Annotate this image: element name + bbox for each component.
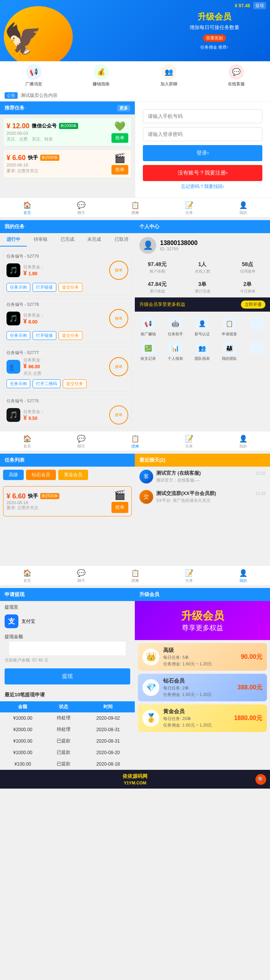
task-reward-4: ¥ 9.50	[23, 415, 44, 421]
nav-mine-1[interactable]: 👤 我的	[239, 201, 247, 216]
phone-input[interactable]	[143, 109, 262, 123]
nav-mine-2[interactable]: 👤 我的	[239, 434, 247, 449]
forgot-password-link[interactable]: 忘记密码？我要找回›	[181, 183, 224, 190]
withdraw-vip-row: 申请提现 提现至 支 支付宝 提现金额 ¥ 当前账户余额: 97.48 元 提现…	[0, 588, 270, 770]
tiktok-icon-2: 🎵	[7, 312, 20, 325]
example-btn-2[interactable]: 任务示例	[7, 331, 30, 340]
history-row-3: ¥1000.00 已提款 2020-08-31	[0, 735, 135, 747]
vip-plan-2[interactable]: 💎 钻石会员 每日任务: 2单 任务佣金: 1.60元 ~ 1.20元 388.…	[138, 674, 267, 701]
func-team-report[interactable]: 👥 团队报表	[189, 339, 216, 364]
recommended-more[interactable]: 更多	[117, 105, 130, 111]
nav-chat-3[interactable]: 💬 聊天	[77, 569, 85, 583]
tl-actions-1: 要求: 点赞并关注	[7, 505, 108, 511]
open-link-btn-1[interactable]: 打开链接	[33, 283, 56, 292]
nav-stall-3[interactable]: 📋 摆摊	[131, 569, 139, 583]
history-row-5: ¥100.00 已提款 2020-08-18	[0, 758, 135, 770]
vip-activate-btn[interactable]: 立即开通	[241, 301, 265, 309]
nav-mine-3[interactable]: 👤 我的	[239, 569, 247, 583]
nav-task-3[interactable]: 📝 任务	[185, 569, 193, 583]
chat-item-1[interactable]: 客 测试官方 (在线客服) 11:15 测试官方：在线客服----	[135, 467, 270, 487]
nav-home-3[interactable]: 🏠 首页	[23, 569, 31, 583]
example-btn-1[interactable]: 任务示例	[7, 283, 30, 292]
vip-detail-2a: 每日任务: 2单	[163, 685, 234, 691]
chat-item-2[interactable]: 交 测试交流群(XX平台会员群) 11:15 XX平台: 亲广告的请永久关注	[135, 487, 270, 507]
tl-reward-1: ¥ 6.60	[7, 492, 26, 500]
nav-home-2[interactable]: 🏠 首页	[23, 434, 31, 449]
submit-btn-3[interactable]: 提交任务	[63, 379, 87, 388]
nav-stall-2[interactable]: 📋 摆摊	[131, 434, 139, 449]
grab-btn-1[interactable]: 抢单	[111, 133, 128, 143]
func-promote[interactable]: 📢 推广赚钱	[135, 315, 162, 339]
login-col: 登录› 没有账号？我要注册› 忘记密码？我要找回›	[135, 101, 270, 198]
task2-name: 快手	[28, 154, 38, 161]
stat-tasks-label: 累计完成	[180, 289, 225, 294]
spacer-area	[0, 519, 270, 565]
nav-chat-1[interactable]: 💬 聊天	[77, 201, 85, 216]
tl-tab-gold[interactable]: 黄金会员	[58, 470, 88, 480]
submit-btn-2[interactable]: 提交任务	[59, 331, 82, 340]
func-assistant[interactable]: 🤖 任务助手	[162, 315, 189, 339]
withdraw-to-label: 提现至	[0, 601, 135, 612]
func-team[interactable]: 👨‍👩‍👧 我的团队	[216, 339, 243, 364]
example-btn-3[interactable]: 任务示例	[7, 379, 30, 388]
submit-btn-1[interactable]: 提交任务	[59, 283, 82, 292]
nav-task-1[interactable]: 📝 任务	[185, 201, 193, 216]
nav-chat-2[interactable]: 💬 聊天	[77, 434, 85, 449]
task-icon-1: 📝	[185, 201, 193, 209]
balance-hint: 当前账户余额: 97.48 元	[0, 656, 135, 665]
register-button[interactable]: 没有账号？我要注册›	[143, 165, 262, 181]
tl-tab-diamond[interactable]: 钻石会员	[26, 470, 56, 480]
func-certify[interactable]: 👤 新号认证	[189, 315, 216, 339]
nav-guide[interactable]: 💰 赚钱指南	[93, 64, 110, 87]
vip-banner-title: 升级会员	[142, 609, 262, 623]
tasklist-chat-row: 任务列表 高级 钻石会员 黄金会员 ¥ 6.60 快手 剩2500单 2020-…	[0, 454, 270, 519]
task1-badge: 剩1000单	[59, 123, 78, 129]
nav-task-2[interactable]: 📝 任务	[185, 434, 193, 449]
chat-icon-2: 💬	[77, 434, 85, 443]
task-sn-52776: 任务编号 - 52776	[7, 398, 128, 404]
vip-plan-1[interactable]: 👑 高级 每日任务: 5单 任务佣金: 1.60元 ~ 1.20元 90.00元	[138, 643, 267, 671]
vip-detail-3a: 每日任务: 20单	[163, 716, 230, 722]
nav-broadcast[interactable]: 📢 广播消息	[25, 64, 42, 87]
wechat-icon: 💚	[114, 121, 126, 132]
func-income[interactable]: 💹 收支记录	[135, 339, 162, 364]
task-list-header: 任务列表	[0, 454, 135, 467]
vip-upgrade-header: 升级会员	[135, 588, 270, 601]
nav-group[interactable]: 👥 加入群聊	[160, 64, 177, 87]
func-apply[interactable]: 📋 申请揽客	[216, 315, 243, 339]
nav-home-1[interactable]: 🏠 首页	[23, 201, 31, 216]
h-amount-2: ¥2000.00	[0, 724, 46, 735]
open-link-btn-2[interactable]: 打开链接	[33, 331, 56, 340]
func-report[interactable]: 📊 个人报表	[162, 339, 189, 364]
tab-inprogress[interactable]: 进行中	[0, 233, 27, 247]
nav-stall-1[interactable]: 📋 摆摊	[131, 201, 139, 216]
certify-icon: 👤	[196, 317, 209, 330]
password-input[interactable]	[143, 127, 262, 141]
stat-today-val: 2单	[225, 281, 270, 288]
nav-icons-row: 📢 广播消息 💰 赚钱指南 👥 加入群聊 💬 在线客服	[0, 61, 270, 90]
banner-content: 升级会员 增加每日可接任务数量 双重奖励 任务佣金 推荐↑	[167, 11, 262, 50]
nav-service[interactable]: 💬 在线客服	[228, 64, 245, 87]
recommended-task-2: ¥ 6.60 快手 剩2500单 2020-08-18 要求: 点赞并关注 🎬 …	[3, 149, 132, 178]
expand-button[interactable]: 提现	[253, 2, 266, 9]
history-row-4: ¥1000.00 已提款 2020-08-20	[0, 747, 135, 758]
qrcode-btn-3[interactable]: 打开二维码	[33, 379, 61, 388]
tl-tab-advanced[interactable]: 高级	[3, 470, 24, 480]
withdraw-button[interactable]: 提现	[5, 668, 130, 684]
tl-grab-btn-1[interactable]: 抢单	[111, 502, 128, 513]
home-icon-1: 🏠	[23, 201, 31, 209]
vip-plan-3[interactable]: 🥇 黄金会员 每日任务: 20单 任务佣金: 1.60元 ~ 1.20元 188…	[138, 704, 267, 732]
search-watermark-icon[interactable]: 🔍	[255, 774, 266, 785]
tab-incomplete[interactable]: 未完成	[81, 233, 108, 247]
amount-input[interactable]	[9, 642, 126, 656]
login-button[interactable]: 登录›	[143, 145, 262, 161]
tab-cancelled[interactable]: 已取消	[108, 233, 135, 247]
pc-title: 个人中心	[139, 224, 159, 229]
banner-badge2: 任务佣金 推荐↑	[200, 45, 229, 49]
mine-label-1: 我的	[239, 210, 247, 216]
history-row-1: ¥1000.00 待处理 2020-09-02	[0, 712, 135, 724]
tab-pending[interactable]: 待审核	[27, 233, 54, 247]
grab-btn-2[interactable]: 抢单	[111, 165, 128, 175]
tab-done[interactable]: 已完成	[54, 233, 81, 247]
vip-detail-3b: 任务佣金: 1.60元 ~ 1.20元	[163, 722, 230, 728]
